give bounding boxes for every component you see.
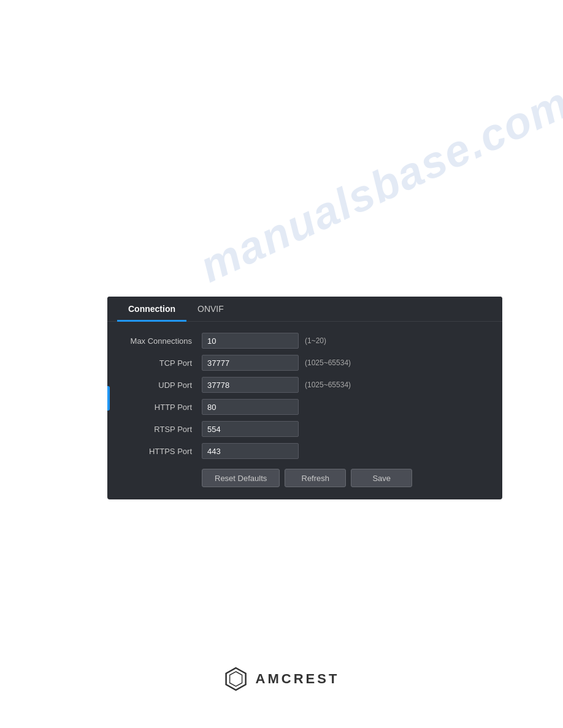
input-http-port[interactable] — [202, 399, 299, 415]
input-tcp-port[interactable] — [202, 355, 299, 371]
refresh-button[interactable]: Refresh — [285, 469, 346, 487]
label-tcp-port: TCP Port — [122, 358, 202, 368]
hint-udp-port: (1025~65534) — [305, 381, 351, 389]
amcrest-logo-text: AMCREST — [256, 671, 340, 687]
dialog: Connection ONVIF Max Connections (1~20) … — [107, 297, 502, 499]
form-row-http-port: HTTP Port — [122, 399, 488, 415]
form-row-rtsp-port: RTSP Port — [122, 421, 488, 437]
form-row-udp-port: UDP Port (1025~65534) — [122, 377, 488, 393]
label-https-port: HTTPS Port — [122, 447, 202, 456]
tab-onvif[interactable]: ONVIF — [186, 297, 235, 322]
form-row-tcp-port: TCP Port (1025~65534) — [122, 355, 488, 371]
svg-marker-1 — [230, 672, 242, 686]
button-row: Reset Defaults Refresh Save — [122, 469, 488, 487]
label-http-port: HTTP Port — [122, 403, 202, 412]
save-button[interactable]: Save — [351, 469, 412, 487]
watermark: manualsbase.com — [192, 77, 563, 292]
label-max-connections: Max Connections — [122, 336, 202, 346]
side-handle — [107, 386, 110, 411]
form-row-max-connections: Max Connections (1~20) — [122, 333, 488, 349]
dialog-content: Max Connections (1~20) TCP Port (1025~65… — [107, 322, 502, 499]
input-max-connections[interactable] — [202, 333, 299, 349]
reset-defaults-button[interactable]: Reset Defaults — [202, 469, 280, 487]
logo-area: AMCREST — [224, 667, 340, 691]
form-row-https-port: HTTPS Port — [122, 443, 488, 459]
input-rtsp-port[interactable] — [202, 421, 299, 437]
label-rtsp-port: RTSP Port — [122, 425, 202, 434]
tab-connection[interactable]: Connection — [117, 297, 186, 322]
amcrest-logo-icon — [224, 667, 248, 691]
hint-max-connections: (1~20) — [305, 336, 326, 345]
label-udp-port: UDP Port — [122, 381, 202, 390]
tab-bar: Connection ONVIF — [107, 297, 502, 322]
input-https-port[interactable] — [202, 443, 299, 459]
input-udp-port[interactable] — [202, 377, 299, 393]
hint-tcp-port: (1025~65534) — [305, 358, 351, 367]
